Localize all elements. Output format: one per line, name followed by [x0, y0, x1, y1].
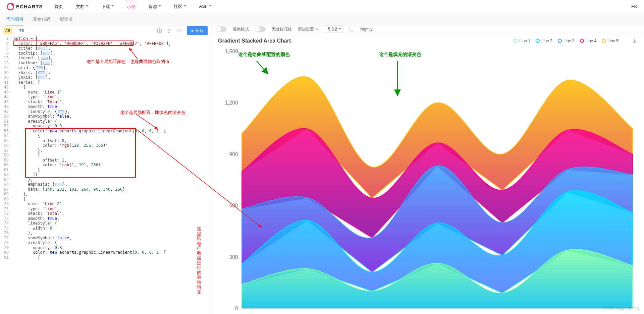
- code-line[interactable]: data: [140, 232, 101, 264, 90, 340, 250]: [13, 187, 211, 192]
- code-line[interactable]: areaStyle: {: [13, 240, 211, 245]
- code-line[interactable]: type: 'line',: [13, 95, 211, 100]
- format-icon[interactable]: [167, 28, 172, 34]
- code-line[interactable]: color: 'rgb(128, 255, 165)': [13, 143, 211, 148]
- legend-label: Line 2: [541, 39, 552, 43]
- code-line[interactable]: {: [13, 197, 211, 202]
- pattern-toggle[interactable]: [255, 26, 266, 32]
- code-line[interactable]: {: [13, 255, 211, 260]
- code-line[interactable]: {: [13, 153, 211, 158]
- legend-item[interactable]: Line 5: [602, 39, 619, 43]
- render-settings[interactable]: 渲染设置: [298, 26, 319, 32]
- code-line[interactable]: stack: 'Total',: [13, 100, 211, 105]
- code-line[interactable]: offset: 0,: [13, 138, 211, 143]
- lang-tab-js[interactable]: JS: [3, 27, 12, 34]
- cube-icon[interactable]: [157, 28, 162, 34]
- code-line[interactable]: },: [13, 177, 211, 182]
- play-icon: [191, 29, 194, 33]
- code-line[interactable]: tooltip: {},: [13, 51, 211, 56]
- subtab-code-edit[interactable]: 代码编辑: [6, 13, 23, 25]
- code-line[interactable]: smooth: true,: [13, 216, 211, 221]
- chart-area: Gradient Stacked Area Chart Line 1Line 2…: [211, 33, 644, 314]
- nav-docs[interactable]: 文档: [74, 0, 90, 13]
- code-line[interactable]: showSymbol: false,: [13, 236, 211, 241]
- line-number: 5: [0, 46, 9, 51]
- legend-item[interactable]: Line 2: [536, 39, 552, 43]
- code-line[interactable]: smooth: true,: [13, 104, 211, 109]
- line-number: 70: [0, 201, 9, 206]
- line-number: 67: [0, 187, 9, 192]
- language-switch[interactable]: EN: [631, 4, 637, 9]
- code-editor[interactable]: 1256151825293641424344454647505152535455…: [0, 36, 211, 314]
- line-number: 29: [0, 70, 9, 75]
- download-icon[interactable]: [632, 38, 637, 44]
- code-line[interactable]: xAxis: [],: [13, 70, 211, 75]
- code-line[interactable]: grid: {},: [13, 65, 211, 70]
- line-number: 76: [0, 231, 9, 236]
- code-line[interactable]: },: [13, 192, 211, 197]
- code-line[interactable]: color: ['#80FFA5', '#00DDFF', '#37A2FF',…: [13, 41, 211, 46]
- legend-dot-icon: [602, 39, 606, 43]
- nightly-checkbox[interactable]: [350, 27, 354, 32]
- code-line[interactable]: ]): [13, 172, 211, 177]
- legend-dot-icon: [558, 39, 562, 43]
- line-number: 6: [0, 51, 9, 56]
- code-line[interactable]: title: {},: [13, 46, 211, 51]
- legend-item[interactable]: Line 1: [514, 39, 530, 43]
- nav-examples[interactable]: 示例: [125, 0, 137, 13]
- line-number: 15: [0, 56, 9, 61]
- code-line[interactable]: emphasis: {},: [13, 182, 211, 187]
- code-line[interactable]: }: [13, 168, 211, 173]
- nightly-label: Nightly: [360, 27, 373, 32]
- code-line[interactable]: option = {: [13, 36, 211, 41]
- code-line[interactable]: series: [: [13, 80, 211, 85]
- code-line[interactable]: lineStyle: {: [13, 221, 211, 226]
- arrow-fill-color: [389, 59, 406, 100]
- line-number: 71: [0, 206, 9, 211]
- nav-asf[interactable]: ASF: [198, 0, 213, 13]
- code-line[interactable]: },: [13, 231, 211, 236]
- arrow-curve-color: [255, 59, 272, 76]
- subtab-options[interactable]: 配置项: [60, 14, 73, 25]
- nav-community[interactable]: 社区: [172, 0, 188, 13]
- code-icon[interactable]: [177, 28, 182, 34]
- version-select[interactable]: 5.3.2: [325, 25, 343, 33]
- line-number: 57: [0, 148, 9, 153]
- code-line[interactable]: color: new echarts.graphic.LinearGradien…: [13, 129, 211, 134]
- line-number: 46: [0, 104, 9, 109]
- code-line[interactable]: {: [13, 85, 211, 90]
- legend-label: Line 3: [564, 39, 575, 43]
- code-line[interactable]: yAxis: [],: [13, 75, 211, 80]
- code-line[interactable]: opacity: 0.8,: [13, 124, 211, 129]
- line-number: 78: [0, 240, 9, 245]
- code-line[interactable]: name: 'Line 1',: [13, 90, 211, 95]
- svg-line-17: [257, 61, 268, 74]
- code-line[interactable]: name: 'Line 2',: [13, 201, 211, 206]
- lang-tab-ts[interactable]: TS: [17, 26, 26, 35]
- run-button[interactable]: 运行: [187, 26, 208, 35]
- nav-resources[interactable]: 资源: [147, 0, 162, 13]
- dark-mode-toggle[interactable]: [216, 26, 227, 32]
- line-number: 51: [0, 119, 9, 124]
- line-number: 50: [0, 114, 9, 119]
- code-line[interactable]: width: 0: [13, 226, 211, 231]
- code-line[interactable]: areaStyle: {: [13, 119, 211, 124]
- svg-text:1,500: 1,500: [225, 49, 238, 54]
- code-line[interactable]: opacity: 0.8,: [13, 245, 211, 250]
- code-line[interactable]: stack: 'Total',: [13, 211, 211, 216]
- code-line[interactable]: color: 'rgb(1, 191, 236)': [13, 163, 211, 168]
- nav-download[interactable]: 下载: [100, 0, 115, 13]
- line-number: 75: [0, 226, 9, 231]
- subtab-full-code[interactable]: 完整代码: [33, 14, 50, 25]
- legend-item[interactable]: Line 4: [580, 39, 597, 43]
- nav-home[interactable]: 首页: [53, 0, 64, 13]
- code-line[interactable]: offset: 1,: [13, 158, 211, 163]
- line-number: 80: [0, 250, 9, 255]
- logo[interactable]: ECHARTS: [7, 3, 43, 10]
- code-line[interactable]: color: new echarts.graphic.LinearGradien…: [13, 250, 211, 255]
- code-line[interactable]: type: 'line',: [13, 206, 211, 211]
- chart-canvas[interactable]: 03006009001,2001,500MonTueWedThuFriSatSu…: [218, 47, 637, 314]
- code-line[interactable]: },: [13, 148, 211, 153]
- line-number: 63: [0, 177, 9, 182]
- code-line[interactable]: {: [13, 133, 211, 138]
- legend-item[interactable]: Line 3: [558, 39, 575, 43]
